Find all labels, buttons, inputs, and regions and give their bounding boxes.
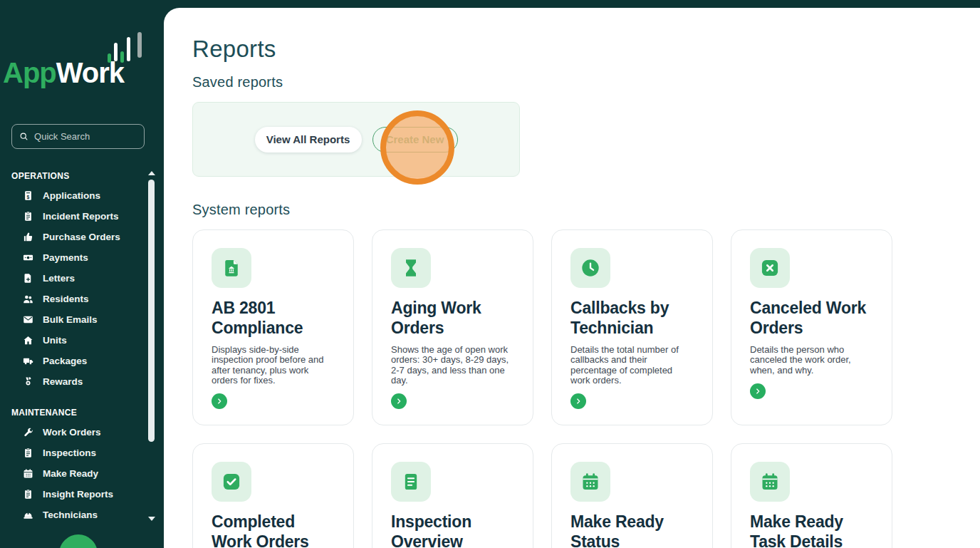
report-card-icon-tile bbox=[750, 462, 790, 502]
sidebar-section-items: Work Orders Inspections Make Ready Insig… bbox=[0, 422, 146, 525]
sidebar-item-label: Incident Reports bbox=[43, 211, 119, 222]
report-card-open-button[interactable] bbox=[212, 393, 227, 409]
report-card-icon bbox=[221, 258, 241, 278]
sidebar-item-units[interactable]: Units bbox=[0, 330, 146, 351]
sidebar-section-label: MAINTENANCE bbox=[0, 408, 146, 422]
sidebar-item-applications[interactable]: Applications bbox=[0, 185, 146, 206]
report-card-icon-tile bbox=[391, 248, 431, 288]
report-card-title: Callbacks by Technician bbox=[570, 298, 694, 338]
saved-reports-panel: View All Reports Create New bbox=[192, 102, 520, 177]
report-card-description: Details the person who canceled the work… bbox=[750, 345, 873, 376]
sidebar-item-icon bbox=[23, 314, 33, 325]
system-reports-row-1: AB 2801 Compliance Displays side-by-side… bbox=[192, 229, 892, 425]
sidebar-item-packages[interactable]: Packages bbox=[0, 351, 146, 371]
report-card-title: Make Ready Status bbox=[570, 512, 694, 548]
sidebar-scroll-down-arrow[interactable] bbox=[148, 517, 155, 521]
sidebar-scrollbar-thumb[interactable] bbox=[148, 180, 155, 442]
sidebar-item-icon bbox=[23, 273, 33, 284]
report-card-title: Canceled Work Orders bbox=[750, 298, 873, 338]
sidebar-item-icon bbox=[23, 510, 33, 520]
sidebar-item-icon bbox=[23, 427, 33, 438]
sidebar-item-bulk-emails[interactable]: Bulk Emails bbox=[0, 309, 146, 330]
sidebar-section-items: Applications Incident Reports Purchase O… bbox=[0, 185, 146, 392]
report-card-canceled-work-orders[interactable]: Canceled Work Orders Details the person … bbox=[731, 229, 892, 425]
system-reports-heading: System reports bbox=[192, 202, 290, 218]
sidebar-item-payments[interactable]: Payments bbox=[0, 247, 146, 268]
sidebar-item-incident-reports[interactable]: Incident Reports bbox=[0, 206, 146, 227]
sidebar-item-icon bbox=[23, 489, 33, 500]
report-card-title: AB 2801 Compliance bbox=[212, 298, 335, 338]
logo-work-text: Work bbox=[56, 57, 124, 88]
report-card-open-button[interactable] bbox=[391, 393, 407, 409]
report-card-icon-tile bbox=[570, 462, 610, 502]
sidebar-item-icon bbox=[23, 252, 33, 263]
sidebar-item-rewards[interactable]: Rewards bbox=[0, 371, 146, 392]
report-card-aging-work-orders[interactable]: Aging Work Orders Shows the age of open … bbox=[372, 229, 533, 425]
report-card-icon bbox=[760, 472, 780, 492]
report-card-icon bbox=[580, 472, 600, 492]
report-card-icon-tile bbox=[212, 462, 251, 502]
sidebar-item-technicians[interactable]: Technicians bbox=[0, 505, 146, 525]
report-card-ab-2801-compliance[interactable]: AB 2801 Compliance Displays side-by-side… bbox=[192, 229, 354, 425]
report-card-icon-tile bbox=[750, 248, 790, 288]
sidebar-item-icon bbox=[23, 294, 33, 304]
sidebar: AppWork OPERATIONS Applications Incident… bbox=[0, 0, 164, 548]
create-new-button[interactable]: Create New bbox=[372, 127, 458, 152]
page-title: Reports bbox=[192, 36, 276, 63]
sidebar-section-maintenance: MAINTENANCE Work Orders Inspections Make… bbox=[0, 408, 146, 525]
sidebar-item-letters[interactable]: Letters bbox=[0, 268, 146, 289]
appwork-logo: AppWork bbox=[0, 0, 164, 107]
report-card-make-ready-status[interactable]: Make Ready Status bbox=[551, 443, 713, 548]
sidebar-scroll-up-arrow[interactable] bbox=[148, 171, 155, 175]
view-all-reports-button[interactable]: View All Reports bbox=[255, 127, 362, 152]
sidebar-item-label: Rewards bbox=[43, 376, 83, 387]
chevron-right-icon bbox=[575, 398, 582, 405]
sidebar-item-label: Applications bbox=[43, 190, 100, 201]
system-reports-row-2: Completed Work Orders Inspection Overvie… bbox=[192, 443, 892, 548]
sidebar-item-work-orders[interactable]: Work Orders bbox=[0, 422, 146, 443]
sidebar-section-operations: OPERATIONS Applications Incident Reports… bbox=[0, 171, 146, 392]
main-content: Reports Saved reports View All Reports C… bbox=[164, 8, 980, 548]
sidebar-item-make-ready[interactable]: Make Ready bbox=[0, 463, 146, 484]
sidebar-item-label: Units bbox=[43, 335, 67, 346]
sidebar-item-icon bbox=[23, 448, 33, 458]
report-card-description: Details the total number of callbacks an… bbox=[570, 345, 694, 386]
sidebar-nav: OPERATIONS Applications Incident Reports… bbox=[0, 165, 146, 525]
sidebar-item-label: Bulk Emails bbox=[43, 314, 98, 325]
search-icon bbox=[19, 131, 28, 142]
report-card-title: Inspection Overview bbox=[391, 512, 514, 548]
sidebar-item-label: Payments bbox=[43, 252, 88, 263]
report-card-open-button[interactable] bbox=[570, 393, 586, 409]
report-card-open-button[interactable] bbox=[750, 383, 766, 399]
sidebar-item-label: Insight Reports bbox=[43, 489, 113, 500]
sidebar-item-label: Technicians bbox=[43, 510, 98, 520]
sidebar-item-purchase-orders[interactable]: Purchase Orders bbox=[0, 227, 146, 247]
sidebar-item-inspections[interactable]: Inspections bbox=[0, 443, 146, 463]
sidebar-item-label: Packages bbox=[43, 356, 87, 366]
report-card-icon-tile bbox=[391, 462, 431, 502]
report-card-make-ready-task-details[interactable]: Make Ready Task Details bbox=[731, 443, 892, 548]
report-card-title: Aging Work Orders bbox=[391, 298, 514, 338]
quick-search-box[interactable] bbox=[11, 124, 145, 149]
report-card-title: Make Ready Task Details bbox=[750, 512, 873, 548]
chat-button[interactable] bbox=[59, 534, 98, 548]
sidebar-item-icon bbox=[23, 211, 33, 222]
report-card-callbacks-by-technician[interactable]: Callbacks by Technician Details the tota… bbox=[551, 229, 713, 425]
report-card-inspection-overview[interactable]: Inspection Overview bbox=[372, 443, 533, 548]
report-card-description: Shows the age of open work orders: 30+ d… bbox=[391, 345, 514, 386]
sidebar-item-icon bbox=[23, 468, 33, 479]
sidebar-item-icon bbox=[23, 335, 33, 346]
report-card-icon bbox=[760, 258, 780, 278]
sidebar-item-label: Residents bbox=[43, 294, 89, 304]
sidebar-item-icon bbox=[23, 376, 33, 387]
appwork-logo-text: AppWork bbox=[3, 57, 124, 89]
sidebar-item-residents[interactable]: Residents bbox=[0, 289, 146, 309]
report-card-icon bbox=[401, 258, 421, 278]
report-card-completed-work-orders[interactable]: Completed Work Orders bbox=[192, 443, 354, 548]
sidebar-section-label: OPERATIONS bbox=[0, 171, 146, 185]
sidebar-item-label: Inspections bbox=[43, 448, 96, 458]
sidebar-item-insight-reports[interactable]: Insight Reports bbox=[0, 484, 146, 505]
search-input[interactable] bbox=[34, 131, 137, 142]
report-card-title: Completed Work Orders bbox=[212, 512, 335, 548]
logo-app-text: App bbox=[3, 57, 56, 88]
